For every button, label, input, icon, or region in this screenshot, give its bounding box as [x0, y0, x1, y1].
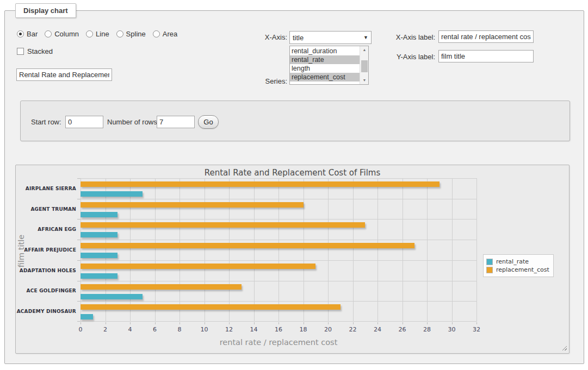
- x-tick-mark: [205, 322, 205, 324]
- x-tick-mark: [377, 322, 378, 324]
- resize-grip-icon[interactable]: [561, 344, 567, 350]
- bar-replacement_cost: [81, 202, 304, 208]
- x-tick-mark: [304, 322, 304, 324]
- stacked-checkbox[interactable]: [17, 48, 24, 55]
- gridline: [155, 178, 156, 322]
- gridline: [81, 260, 476, 261]
- bar-rental_rate: [81, 212, 117, 217]
- chart-type-radio-spline[interactable]: Spline: [116, 30, 146, 38]
- bar-rental_rate: [81, 253, 117, 258]
- number-of-rows-input[interactable]: [157, 116, 195, 128]
- x-tick-mark: [452, 322, 453, 324]
- chart-container: Rental Rate and Replacement Cost of Film…: [15, 165, 570, 354]
- x-tick-label: 30: [441, 326, 463, 333]
- x-tick-mark: [106, 322, 106, 324]
- chart-type-label: Area: [163, 30, 177, 38]
- chart-type-radio-line[interactable]: Line: [86, 30, 109, 38]
- gridline: [106, 178, 106, 322]
- y-tick-mark: [77, 240, 81, 240]
- x-axis-label-input[interactable]: [438, 30, 534, 43]
- bar-rental_rate: [81, 294, 143, 299]
- chart-type-radio-column[interactable]: Column: [45, 30, 79, 38]
- scroll-down-icon[interactable]: ▼: [360, 77, 369, 84]
- gridline: [403, 178, 403, 322]
- y-category-label: ACE GOLDFINGER: [16, 288, 76, 293]
- gridline: [205, 178, 205, 322]
- y-tick-mark: [77, 178, 81, 179]
- series-option-replacement_cost[interactable]: replacement_cost: [290, 73, 360, 81]
- radio-icon[interactable]: [17, 30, 24, 37]
- series-options: rental_durationrental_ratelengthreplacem…: [290, 47, 360, 81]
- bar-replacement_cost: [81, 181, 440, 187]
- chart-type-label: Bar: [27, 30, 38, 38]
- bar-rental_rate: [81, 232, 117, 237]
- y-category-label: AFFAIR PREJUDICE: [16, 247, 76, 253]
- gridline: [304, 178, 304, 322]
- x-tick-mark: [278, 322, 279, 324]
- y-category-label: ACADEMY DINOSAUR: [16, 309, 76, 314]
- gridline: [81, 321, 476, 322]
- y-tick-mark: [77, 281, 81, 281]
- x-axis-label-label: X-Axis label:: [354, 33, 435, 41]
- y-tick-mark: [77, 321, 81, 322]
- y-axis-label-label: Y-Axis label:: [354, 53, 435, 61]
- y-tick-mark: [77, 219, 81, 220]
- chart-type-label: Spline: [126, 30, 146, 38]
- gridline: [81, 199, 476, 199]
- fieldset-legend-title: Display chart: [15, 3, 76, 18]
- gridline: [353, 178, 354, 322]
- series-option-rental_rate[interactable]: rental_rate: [290, 55, 360, 64]
- y-category-label: AGENT TRUMAN: [16, 206, 76, 212]
- y-tick-mark: [77, 301, 81, 302]
- series-multiselect[interactable]: rental_durationrental_ratelengthreplacem…: [289, 46, 369, 85]
- gridline: [278, 178, 279, 322]
- series-scrollbar[interactable]: ▲ ▼: [360, 46, 368, 84]
- chart-title-input[interactable]: [16, 68, 112, 81]
- x-tick-mark: [353, 322, 354, 324]
- x-axis-select-value: title: [293, 34, 363, 42]
- gridline: [180, 178, 180, 322]
- x-tick-mark: [328, 322, 329, 324]
- x-tick-label: 14: [243, 326, 265, 333]
- display-chart-fieldset: Display chart BarColumnLineSplineArea St…: [4, 10, 584, 364]
- start-row-input[interactable]: [65, 116, 103, 128]
- bar-replacement_cost: [81, 222, 365, 228]
- x-tick-mark: [180, 322, 180, 324]
- y-category-label: AFRICAN EGG: [16, 227, 76, 232]
- gridline: [81, 240, 476, 240]
- go-button[interactable]: Go: [198, 115, 219, 129]
- x-tick-label: 18: [293, 326, 314, 333]
- bar-replacement_cost: [81, 243, 414, 248]
- x-tick-label: 26: [392, 326, 413, 333]
- plot-area: [81, 178, 476, 322]
- row-range-fieldset: Start row: Number of rows: Go: [20, 101, 570, 141]
- x-tick-mark: [81, 322, 81, 324]
- x-tick-mark: [229, 322, 230, 324]
- x-tick-label: 12: [218, 326, 240, 333]
- gridline: [130, 178, 131, 322]
- x-tick-label: 8: [169, 326, 190, 333]
- bar-rental_rate: [81, 191, 143, 197]
- x-tick-label: 4: [119, 326, 141, 333]
- series-option-length[interactable]: length: [290, 64, 360, 73]
- gridline: [81, 219, 476, 220]
- radio-icon[interactable]: [86, 30, 93, 37]
- series-option-rental_duration[interactable]: rental_duration: [290, 47, 360, 55]
- gridline: [229, 178, 230, 322]
- x-tick-label: 20: [317, 326, 339, 333]
- x-tick-label: 2: [95, 326, 116, 333]
- y-axis-label-input[interactable]: [438, 50, 534, 62]
- radio-icon[interactable]: [45, 30, 52, 37]
- legend-label: rental_rate: [496, 258, 529, 265]
- x-axis-title: rental rate / replacement cost: [81, 338, 476, 347]
- y-tick-mark: [77, 199, 81, 199]
- legend-swatch-icon: [486, 259, 493, 265]
- radio-icon[interactable]: [153, 30, 160, 37]
- x-tick-label: 32: [466, 326, 487, 333]
- scrollbar-thumb[interactable]: [361, 60, 368, 72]
- chart-type-radio-bar[interactable]: Bar: [17, 30, 38, 38]
- y-category-label: AIRPLANE SIERRA: [16, 186, 76, 191]
- stacked-checkbox-row[interactable]: Stacked: [17, 47, 53, 55]
- chart-type-radio-area[interactable]: Area: [153, 30, 177, 38]
- radio-icon[interactable]: [116, 30, 123, 37]
